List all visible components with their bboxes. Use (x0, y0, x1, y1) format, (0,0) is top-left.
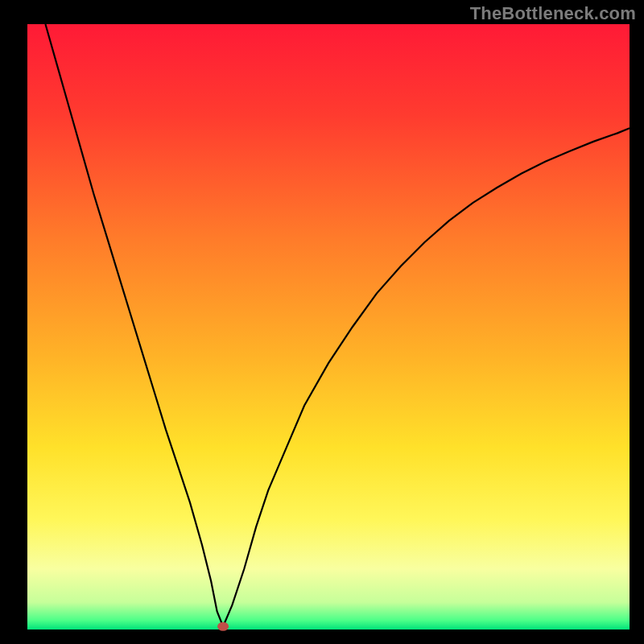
watermark-text: TheBottleneck.com (470, 3, 636, 24)
plot-area (27, 24, 630, 630)
chart-frame: TheBottleneck.com (0, 0, 644, 644)
optimal-point-dot (217, 622, 229, 631)
bottleneck-chart (0, 0, 644, 644)
